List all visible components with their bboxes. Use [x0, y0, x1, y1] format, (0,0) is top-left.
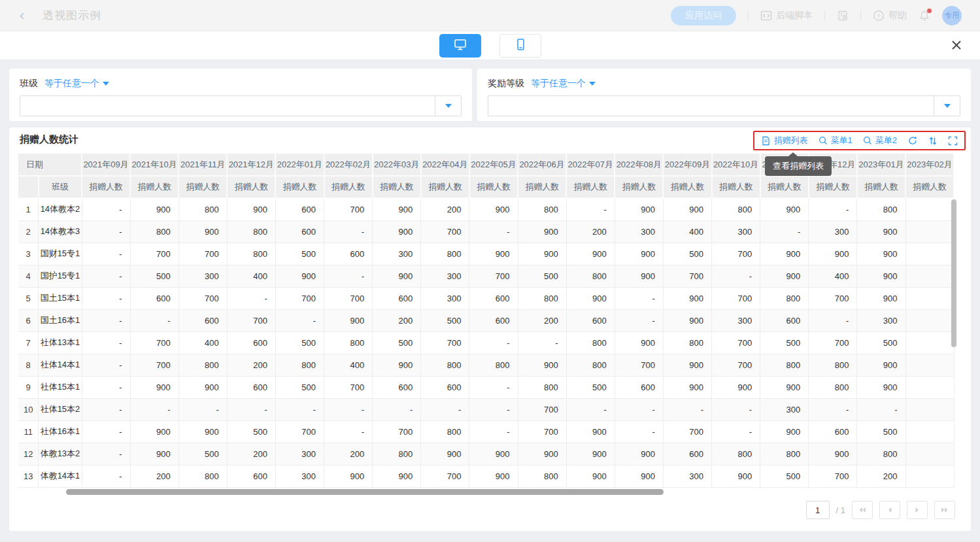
filter-class-dropdown-button[interactable]	[435, 96, 461, 116]
filter-class: 班级 等于任意一个	[9, 69, 472, 121]
value-cell: -	[857, 398, 905, 420]
value-cell: 300	[615, 220, 663, 243]
value-cell: 700	[469, 265, 518, 287]
value-cell: 900	[566, 465, 615, 487]
value-cell: 900	[469, 198, 518, 220]
row-number-cell: 9	[18, 376, 39, 398]
value-cell: 500	[857, 420, 905, 443]
value-cell: 800	[130, 220, 178, 243]
value-cell: 900	[615, 331, 663, 354]
filter-reward-dropdown-button[interactable]	[934, 96, 960, 116]
value-cell: 200	[324, 443, 373, 465]
back-icon[interactable]: ‹	[20, 8, 24, 23]
value-cell: 700	[615, 354, 663, 376]
menu1-button[interactable]: 菜单1	[819, 135, 853, 146]
value-cell: 700	[712, 243, 760, 265]
value-cell: 700	[809, 465, 857, 487]
sort-button[interactable]	[928, 136, 938, 146]
last-page-button[interactable]	[934, 501, 955, 519]
value-cell: 800	[469, 354, 518, 376]
value-cell: 800	[760, 443, 809, 465]
prev-page-button[interactable]	[879, 501, 900, 519]
filter-class-operator[interactable]: 等于任意一个	[44, 78, 109, 90]
avatar[interactable]: 专用	[942, 6, 962, 25]
table-row: 5国土15本1-600700-700700600300600800900-900…	[18, 287, 954, 309]
desktop-toggle-button[interactable]	[439, 34, 481, 58]
mobile-toggle-button[interactable]	[499, 34, 541, 58]
value-cell: 900	[857, 220, 905, 243]
fullscreen-icon	[948, 136, 958, 146]
menu2-label: 菜单2	[875, 135, 897, 146]
backend-script-button[interactable]: 后端脚本	[760, 10, 813, 22]
class-name-cell: 体教14本1	[39, 465, 82, 487]
row-number-cell: 7	[18, 331, 39, 354]
value-cell: 800	[421, 354, 469, 376]
horizontal-scrollbar[interactable]	[66, 489, 664, 495]
notification-badge	[927, 8, 932, 13]
month-header: 2022年08月	[615, 154, 663, 176]
value-cell: -	[82, 331, 130, 354]
value-cell: -	[82, 465, 130, 487]
value-cell: -	[82, 354, 130, 376]
value-cell: 600	[227, 376, 275, 398]
value-cell: 600	[469, 309, 518, 331]
value-cell: -	[615, 309, 663, 331]
value-cell: 500	[275, 331, 324, 354]
first-page-button[interactable]	[852, 501, 873, 519]
metric-header: 捐赠人数	[566, 176, 615, 198]
value-cell: -	[809, 309, 857, 331]
refresh-button[interactable]	[907, 135, 918, 146]
value-cell	[905, 309, 954, 331]
value-cell: -	[712, 398, 760, 420]
annotation-highlight: 捐赠列表 菜单1 菜单2	[753, 131, 966, 150]
value-cell	[905, 376, 954, 398]
value-cell: 600	[324, 243, 373, 265]
member-button[interactable]	[837, 10, 849, 22]
value-cell: 500	[857, 331, 905, 354]
value-cell: 900	[469, 465, 518, 487]
value-cell: -	[469, 420, 518, 443]
value-cell: 200	[857, 465, 905, 487]
row-number-cell: 3	[18, 243, 39, 265]
table-row: 13体教14本1-2008006003009009007009008009009…	[18, 465, 954, 487]
tooltip-view-donation-list: 查看捐赠列表	[765, 156, 832, 176]
value-cell: 600	[275, 198, 324, 220]
donation-list-button[interactable]: 捐赠列表	[761, 135, 808, 146]
table-row: 8社体14本1-70080020080040090080080090080070…	[18, 354, 954, 376]
notification-button[interactable]	[919, 10, 930, 22]
sort-icon	[928, 136, 938, 146]
row-number-cell: 2	[18, 220, 39, 243]
chevron-down-icon	[445, 104, 452, 108]
menu2-button[interactable]: 菜单2	[863, 135, 897, 146]
filter-reward-operator[interactable]: 等于任意一个	[531, 78, 596, 90]
fullscreen-button[interactable]	[948, 136, 958, 146]
value-cell: -	[712, 265, 760, 287]
filter-class-input[interactable]	[20, 96, 435, 116]
value-cell: 900	[857, 287, 905, 309]
value-cell: 700	[712, 331, 760, 354]
value-cell: 300	[809, 220, 857, 243]
value-cell: 700	[324, 198, 373, 220]
metric-header: 捐赠人数	[615, 176, 663, 198]
filter-reward-input[interactable]	[488, 96, 934, 116]
page-number-input[interactable]	[806, 501, 830, 519]
value-cell: 700	[421, 465, 469, 487]
close-icon[interactable]	[950, 39, 963, 54]
value-cell: 800	[566, 331, 615, 354]
value-cell: 700	[227, 309, 275, 331]
month-header: 2021年10月	[130, 154, 178, 176]
member-icon	[837, 10, 849, 22]
value-cell: 500	[760, 465, 809, 487]
divider	[860, 10, 861, 21]
vertical-scrollbar[interactable]	[951, 199, 956, 347]
month-header: 2023年01月	[857, 154, 905, 176]
value-cell: 200	[227, 443, 275, 465]
app-access-button[interactable]: 应用访问	[671, 6, 736, 25]
help-button[interactable]: ? 帮助	[873, 10, 907, 22]
filter-class-label: 班级	[20, 78, 38, 90]
next-page-button[interactable]	[907, 501, 928, 519]
value-cell	[905, 420, 954, 443]
value-cell	[905, 398, 954, 420]
filter-class-select[interactable]	[20, 95, 462, 116]
filter-reward-select[interactable]	[488, 95, 960, 116]
